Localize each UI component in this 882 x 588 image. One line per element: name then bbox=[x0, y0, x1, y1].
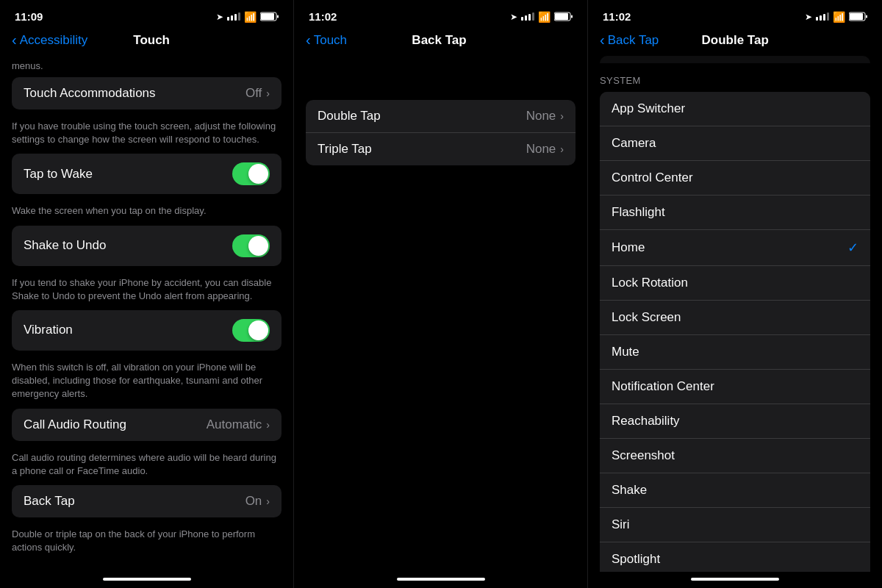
battery-icon-2 bbox=[554, 12, 573, 21]
status-time-3: 11:02 bbox=[603, 10, 631, 23]
shake-label: Shake bbox=[612, 483, 858, 498]
panel-touch: 11:09 ➤ 📶 ‹ Accessibility Touch bbox=[0, 0, 294, 588]
list-item-flashlight[interactable]: Flashlight bbox=[600, 196, 870, 230]
tap-to-wake-row[interactable]: Tap to Wake bbox=[12, 154, 282, 194]
home-bar-1 bbox=[103, 578, 191, 581]
home-label: Home bbox=[612, 240, 847, 255]
vibration-row[interactable]: Vibration bbox=[12, 310, 282, 351]
touch-accommodations-value: Off bbox=[245, 86, 262, 101]
system-section-header: SYSTEM bbox=[588, 63, 882, 92]
notification-center-label: Notification Center bbox=[612, 379, 858, 394]
wifi-icon-3: 📶 bbox=[833, 11, 845, 23]
svg-rect-5 bbox=[571, 15, 573, 18]
svg-rect-4 bbox=[555, 13, 568, 20]
back-tap-options-group: Double Tap None › Triple Tap None › bbox=[306, 100, 576, 165]
list-item-notification-center[interactable]: Notification Center bbox=[600, 370, 870, 404]
status-icons-2: ➤ 📶 bbox=[510, 11, 573, 23]
page-title-1: Touch bbox=[87, 33, 215, 48]
home-bar-3 bbox=[691, 578, 779, 581]
vibration-group: Vibration bbox=[12, 310, 282, 351]
back-tap-row[interactable]: Back Tap On › bbox=[12, 485, 282, 517]
battery-icon-3 bbox=[849, 12, 867, 21]
back-button-3[interactable]: ‹ Back Tap bbox=[600, 32, 659, 49]
double-tap-value: None bbox=[526, 109, 556, 123]
back-button-1[interactable]: ‹ Accessibility bbox=[12, 32, 87, 49]
list-item-control-center[interactable]: Control Center bbox=[600, 161, 870, 196]
signal-icon-2 bbox=[521, 12, 534, 21]
triple-tap-chevron: › bbox=[560, 143, 564, 155]
double-tap-chevron: › bbox=[560, 110, 564, 122]
nav-bar-3: ‹ Back Tap Double Tap bbox=[588, 29, 882, 56]
mute-label: Mute bbox=[612, 345, 858, 359]
call-audio-value: Automatic bbox=[207, 417, 262, 432]
tap-to-wake-label: Tap to Wake bbox=[24, 167, 232, 182]
control-center-label: Control Center bbox=[612, 171, 858, 185]
touch-accommodations-label: Touch Accommodations bbox=[24, 86, 245, 101]
triple-tap-row[interactable]: Triple Tap None › bbox=[306, 133, 576, 165]
back-tap-group: Back Tap On › bbox=[12, 485, 282, 517]
shake-to-undo-desc: If you tend to shake your iPhone by acci… bbox=[12, 272, 282, 310]
siri-label: Siri bbox=[612, 517, 858, 532]
toggle-thumb-3 bbox=[248, 320, 268, 340]
status-bar-2: 11:02 ➤ 📶 bbox=[294, 0, 587, 29]
menus-description: menus. bbox=[12, 56, 282, 77]
back-tap-value: On bbox=[245, 494, 262, 509]
shake-to-undo-row[interactable]: Shake to Undo bbox=[12, 226, 282, 266]
reachability-label: Reachability bbox=[612, 414, 858, 429]
screenshot-label: Screenshot bbox=[612, 448, 858, 463]
svg-rect-8 bbox=[866, 15, 867, 18]
svg-rect-1 bbox=[261, 13, 274, 20]
status-icons-3: ➤ 📶 bbox=[805, 11, 867, 23]
list-item-siri[interactable]: Siri bbox=[600, 508, 870, 542]
list-item-home[interactable]: Home ✓ bbox=[600, 230, 870, 266]
back-chevron-1: ‹ bbox=[12, 32, 17, 49]
triple-tap-value: None bbox=[526, 142, 556, 157]
panel3-content: SYSTEM App Switcher Camera Control Cente… bbox=[588, 63, 882, 572]
back-button-2[interactable]: ‹ Touch bbox=[306, 32, 347, 49]
status-time-1: 11:09 bbox=[15, 10, 43, 23]
home-bar-2 bbox=[397, 578, 485, 581]
touch-accommodations-row[interactable]: Touch Accommodations Off › bbox=[12, 77, 282, 110]
list-item-shake[interactable]: Shake bbox=[600, 473, 870, 508]
list-item-mute[interactable]: Mute bbox=[600, 335, 870, 370]
page-title-2: Back Tap bbox=[347, 33, 531, 48]
list-item-lock-screen[interactable]: Lock Screen bbox=[600, 301, 870, 335]
shake-to-undo-toggle[interactable] bbox=[232, 234, 270, 257]
back-label-1: Accessibility bbox=[20, 33, 88, 48]
call-audio-desc: Call audio routing determines where audi… bbox=[12, 447, 282, 485]
app-switcher-label: App Switcher bbox=[612, 101, 858, 116]
list-item-app-switcher[interactable]: App Switcher bbox=[600, 92, 870, 126]
call-audio-chevron: › bbox=[266, 419, 270, 431]
list-item-camera[interactable]: Camera bbox=[600, 126, 870, 161]
list-item-screenshot[interactable]: Screenshot bbox=[600, 439, 870, 473]
flashlight-label: Flashlight bbox=[612, 205, 858, 220]
list-item-lock-rotation[interactable]: Lock Rotation bbox=[600, 266, 870, 301]
panel1-content: menus. Touch Accommodations Off › If you… bbox=[0, 56, 293, 572]
svg-rect-7 bbox=[850, 13, 863, 20]
shake-to-undo-group: Shake to Undo bbox=[12, 226, 282, 266]
tap-to-wake-desc: Wake the screen when you tap on the disp… bbox=[12, 200, 282, 225]
list-item-spotlight[interactable]: Spotlight bbox=[600, 542, 870, 572]
touch-accommodations-chevron: › bbox=[266, 87, 270, 99]
vibration-toggle[interactable] bbox=[232, 319, 270, 342]
status-bar-3: 11:02 ➤ 📶 bbox=[588, 0, 882, 29]
back-tap-desc: Double or triple tap on the back of your… bbox=[12, 523, 282, 562]
location-icon: ➤ bbox=[216, 12, 223, 22]
list-item-reachability[interactable]: Reachability bbox=[600, 404, 870, 439]
battery-icon bbox=[260, 12, 279, 21]
call-audio-row[interactable]: Call Audio Routing Automatic › bbox=[12, 409, 282, 441]
back-tap-chevron: › bbox=[266, 495, 270, 507]
panel-double-tap: 11:02 ➤ 📶 ‹ Back Tap Double Tap bbox=[588, 0, 882, 588]
double-tap-label: Double Tap bbox=[318, 109, 526, 123]
double-tap-row[interactable]: Double Tap None › bbox=[306, 100, 576, 133]
back-label-3: Back Tap bbox=[608, 33, 659, 48]
touch-accommodations-desc: If you have trouble using the touch scre… bbox=[12, 115, 282, 154]
lock-screen-label: Lock Screen bbox=[612, 310, 858, 325]
tap-to-wake-group: Tap to Wake bbox=[12, 154, 282, 194]
page-title-3: Double Tap bbox=[659, 33, 811, 48]
signal-icon-3 bbox=[816, 12, 829, 21]
back-chevron-3: ‹ bbox=[600, 32, 605, 49]
camera-label: Camera bbox=[612, 136, 858, 151]
tap-to-wake-toggle[interactable] bbox=[232, 162, 270, 185]
back-tap-label: Back Tap bbox=[24, 494, 245, 509]
